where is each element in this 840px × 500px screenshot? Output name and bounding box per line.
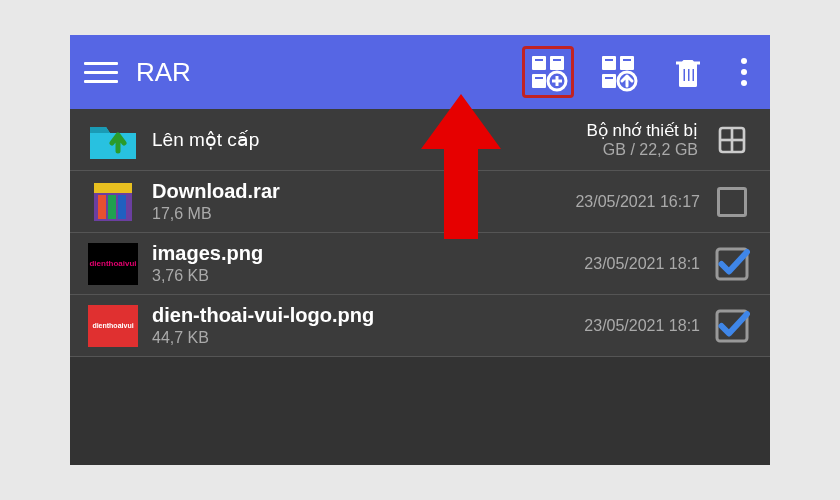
file-name: dien-thoai-vui-logo.png <box>152 304 584 327</box>
trash-icon <box>670 54 706 90</box>
app-frame: RAR <box>70 35 770 465</box>
file-list: Lên một cấp Bộ nhớ thiết bị GB / 22,2 GB <box>70 109 770 357</box>
file-date: 23/05/2021 18:1 <box>584 255 700 273</box>
folder-up-icon <box>88 119 138 161</box>
svg-rect-3 <box>535 59 543 61</box>
svg-rect-0 <box>532 56 546 70</box>
list-item[interactable]: Download.rar 17,6 MB 23/05/2021 16:17 <box>70 171 770 233</box>
file-checkbox[interactable] <box>712 306 752 346</box>
list-item[interactable]: dienthoaivui images.png 3,76 KB 23/05/20… <box>70 233 770 295</box>
storage-label: Bộ nhớ thiết bị <box>586 120 698 141</box>
storage-info: Bộ nhớ thiết bị GB / 22,2 GB <box>586 120 698 159</box>
view-mode-button[interactable] <box>712 120 752 160</box>
svg-rect-9 <box>602 56 616 70</box>
svg-rect-5 <box>553 59 561 61</box>
file-size: 17,6 MB <box>152 205 575 223</box>
svg-rect-11 <box>620 56 634 70</box>
svg-rect-13 <box>605 77 613 79</box>
svg-rect-22 <box>108 195 116 219</box>
file-date: 23/05/2021 16:17 <box>575 193 700 211</box>
svg-rect-2 <box>550 56 564 70</box>
svg-rect-10 <box>602 74 616 88</box>
checkbox-unchecked-icon <box>717 187 747 217</box>
grid-icon <box>716 124 748 156</box>
svg-rect-4 <box>535 77 543 79</box>
overflow-menu-button[interactable] <box>732 58 756 86</box>
file-checkbox[interactable] <box>712 182 752 222</box>
archive-extract-icon <box>598 52 638 92</box>
svg-rect-21 <box>98 195 106 219</box>
svg-rect-12 <box>605 59 613 61</box>
list-item[interactable]: dienthoaivui dien-thoai-vui-logo.png 44,… <box>70 295 770 357</box>
app-bar: RAR <box>70 35 770 109</box>
image-thumbnail: dienthoaivui <box>88 305 138 347</box>
file-name: images.png <box>152 242 584 265</box>
delete-button[interactable] <box>662 46 714 98</box>
svg-rect-20 <box>94 183 132 193</box>
checkbox-checked-icon <box>714 308 750 344</box>
file-size: 44,7 KB <box>152 329 584 347</box>
storage-values: GB / 22,2 GB <box>586 141 698 159</box>
extract-button[interactable] <box>592 46 644 98</box>
svg-rect-23 <box>118 195 126 219</box>
file-size: 3,76 KB <box>152 267 584 285</box>
rar-file-icon <box>88 181 138 223</box>
file-checkbox[interactable] <box>712 244 752 284</box>
svg-rect-1 <box>532 74 546 88</box>
svg-rect-14 <box>623 59 631 61</box>
add-archive-button[interactable] <box>522 46 574 98</box>
checkbox-checked-icon <box>714 246 750 282</box>
app-title: RAR <box>136 57 504 88</box>
file-date: 23/05/2021 18:1 <box>584 317 700 335</box>
file-name: Download.rar <box>152 180 575 203</box>
archive-add-icon <box>528 52 568 92</box>
image-thumbnail: dienthoaivui <box>88 243 138 285</box>
up-row[interactable]: Lên một cấp Bộ nhớ thiết bị GB / 22,2 GB <box>70 109 770 171</box>
up-label: Lên một cấp <box>152 128 586 151</box>
menu-icon[interactable] <box>84 55 118 89</box>
